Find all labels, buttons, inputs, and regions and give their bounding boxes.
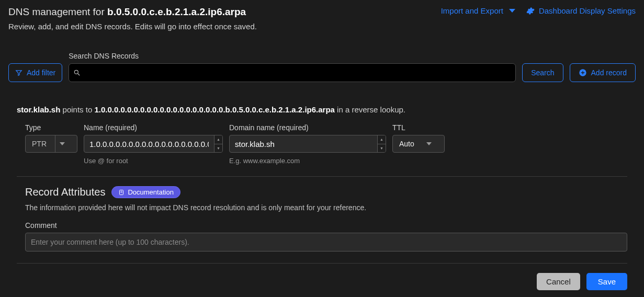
lookup-mid: points to xyxy=(60,105,94,114)
lookup-suffix: in a reverse lookup. xyxy=(335,105,405,114)
add-record-label: Add record xyxy=(591,68,627,77)
svg-line-1 xyxy=(78,74,80,76)
add-filter-label: Add filter xyxy=(27,68,55,77)
chevron-down-icon xyxy=(422,135,436,152)
stepper-up-icon[interactable]: ▲ xyxy=(378,135,386,144)
page-subtitle: Review, add, and edit DNS records. Edits… xyxy=(8,22,257,31)
name-input[interactable] xyxy=(84,135,214,152)
search-button[interactable]: Search xyxy=(522,63,563,82)
filter-icon xyxy=(15,69,22,76)
search-input[interactable] xyxy=(85,64,515,82)
ttl-value: Auto xyxy=(393,135,422,152)
comment-input[interactable] xyxy=(25,233,627,252)
title-domain: b.0.5.0.0.c.e.b.2.1.a.2.ip6.arpa xyxy=(107,6,246,17)
import-export-link[interactable]: Import and Export xyxy=(441,6,516,15)
search-label: Search DNS Records xyxy=(69,52,516,60)
ttl-label: TTL xyxy=(392,123,445,132)
type-value: PTR xyxy=(26,135,55,152)
name-label: Name (required) xyxy=(84,123,223,132)
domain-hint: E.g. www.example.com xyxy=(229,157,386,165)
search-icon xyxy=(69,69,85,76)
search-input-wrapper[interactable] xyxy=(69,63,516,82)
add-filter-button[interactable]: Add filter xyxy=(8,63,62,82)
domain-stepper[interactable]: ▲ ▼ xyxy=(377,135,386,152)
cancel-button[interactable]: Cancel xyxy=(537,273,580,290)
doc-icon xyxy=(118,189,125,196)
title-prefix: DNS management for xyxy=(8,6,107,17)
lookup-target: 1.0.0.0.0.0.0.0.0.0.0.0.0.0.0.0.0.0.0.0.… xyxy=(94,105,334,114)
divider xyxy=(17,176,627,177)
svg-point-0 xyxy=(75,70,78,74)
dashboard-settings-link[interactable]: Dashboard Display Settings xyxy=(526,6,636,15)
type-select[interactable]: PTR xyxy=(25,135,77,153)
name-hint: Use @ for root xyxy=(84,157,223,165)
record-attributes-description: The information provided here will not i… xyxy=(25,203,627,212)
chevron-down-icon xyxy=(55,135,69,152)
documentation-link[interactable]: Documentation xyxy=(111,186,180,198)
name-stepper[interactable]: ▲ ▼ xyxy=(214,135,222,152)
import-export-label: Import and Export xyxy=(441,6,503,15)
type-label: Type xyxy=(25,123,77,132)
page-title: DNS management for b.0.5.0.0.c.e.b.2.1.a… xyxy=(8,6,257,18)
ttl-select[interactable]: Auto xyxy=(392,135,445,153)
lookup-host: stor.klab.sh xyxy=(17,105,60,114)
domain-label: Domain name (required) xyxy=(229,123,386,132)
name-input-wrap[interactable]: ▲ ▼ xyxy=(84,135,223,153)
gear-icon xyxy=(526,7,535,15)
dashboard-settings-label: Dashboard Display Settings xyxy=(539,6,636,15)
domain-input[interactable] xyxy=(230,135,377,152)
stepper-down-icon[interactable]: ▼ xyxy=(214,144,222,153)
lookup-summary: stor.klab.sh points to 1.0.0.0.0.0.0.0.0… xyxy=(17,105,636,114)
stepper-down-icon[interactable]: ▼ xyxy=(378,144,386,153)
save-button[interactable]: Save xyxy=(586,273,627,290)
stepper-up-icon[interactable]: ▲ xyxy=(214,135,222,144)
record-attributes-heading: Record Attributes xyxy=(25,186,105,198)
caret-down-icon xyxy=(509,8,516,14)
plus-circle-icon xyxy=(579,68,587,77)
add-record-button[interactable]: Add record xyxy=(570,63,636,82)
documentation-label: Documentation xyxy=(128,188,173,196)
comment-label: Comment xyxy=(25,221,627,230)
domain-input-wrap[interactable]: ▲ ▼ xyxy=(229,135,386,153)
